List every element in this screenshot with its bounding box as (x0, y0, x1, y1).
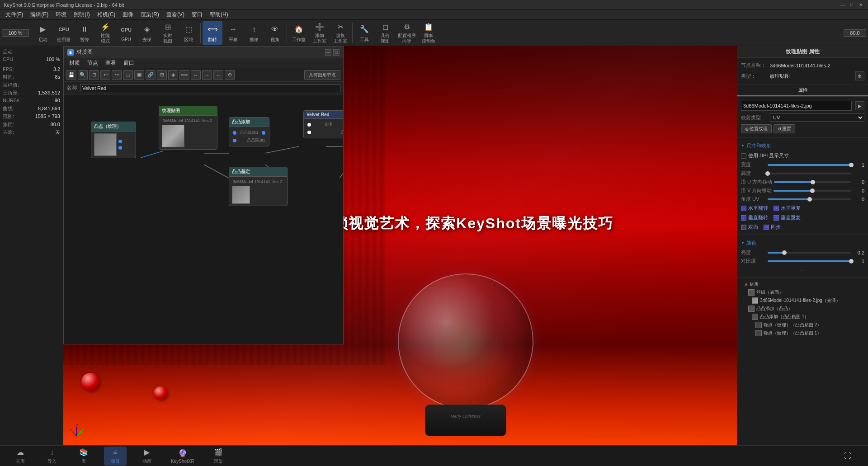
tab-attributes[interactable]: 属性 (737, 85, 868, 96)
menu-lighting[interactable]: 照明(I) (70, 10, 93, 19)
port-diffuse[interactable] (307, 123, 311, 127)
bottom-keyshot-xr-btn[interactable]: 🔮 KeyShotXR (167, 447, 198, 465)
mg-menu-window[interactable]: 窗口 (120, 58, 138, 68)
menu-image[interactable]: 图像 (119, 10, 137, 19)
port-out2[interactable] (118, 146, 122, 150)
geoview-button[interactable]: ◻ 几何视图 (375, 21, 395, 45)
zoom80-input[interactable] (844, 29, 866, 37)
menu-view[interactable]: 查看(V) (163, 10, 188, 19)
reset-btn[interactable]: ↺ 重置 (774, 124, 795, 133)
denoise-button[interactable]: ◈ 去噪 (137, 21, 157, 45)
bottom-library-btn[interactable]: 📚 库 (72, 447, 95, 466)
bottom-import-btn[interactable]: ↓ 导入 (41, 447, 63, 466)
mg-fit-btn[interactable]: ⊡ (89, 70, 99, 80)
u-move-slider[interactable] (774, 181, 851, 183)
mg-grid-btn[interactable]: ▣ (134, 70, 144, 80)
region-button[interactable]: ⬚ 区域 (179, 21, 198, 45)
mg-add-btn[interactable]: ⊕ (225, 70, 235, 80)
mg-layout-btn[interactable]: ⊞ (157, 70, 167, 80)
v-move-thumb[interactable] (810, 188, 815, 193)
gpu-button[interactable]: GPU GPU (116, 21, 136, 45)
bottom-fullscreen-btn[interactable]: ⛶ (836, 450, 859, 462)
bottom-animate-btn[interactable]: ▶ 动画 (136, 447, 158, 466)
menu-env[interactable]: 环境 (52, 10, 70, 19)
material-graph-canvas[interactable]: 凸点（纹理） 纹理贴图 3d66Model-1014141-files-2 (64, 94, 343, 344)
pause-button[interactable]: ⏸ 暂停 (75, 21, 94, 45)
menu-file[interactable]: 文件(F) (2, 10, 27, 19)
view-button[interactable]: 👁 视角 (265, 21, 285, 45)
push-button[interactable]: ↕ 推移 (244, 21, 264, 45)
mg-maximize-btn[interactable]: □ (333, 49, 340, 56)
size-header[interactable]: ▼ 尺寸和映射 (741, 141, 864, 151)
script-button[interactable]: 📋 脚本控制台 (419, 21, 439, 45)
mg-name-input[interactable] (80, 84, 340, 92)
start-button[interactable]: ▶ 启动 (33, 21, 53, 45)
bottom-cloud-btn[interactable]: ☁ 云库 (9, 447, 32, 466)
file-browse-btn[interactable]: ▶ (855, 101, 864, 110)
port-in2[interactable] (233, 139, 236, 142)
port-in[interactable] (233, 131, 236, 135)
brightness-slider[interactable] (768, 252, 851, 254)
mg-flip-btn[interactable]: ⟺ (179, 70, 189, 80)
mg-geo-node-btn[interactable]: 几何图形节点 (304, 70, 340, 80)
mg-menu-material[interactable]: 材质 (66, 58, 84, 68)
width-thumb[interactable] (849, 163, 854, 167)
port-out[interactable] (118, 140, 122, 143)
studio-button[interactable]: 🏠 工作室 (289, 21, 309, 45)
mg-snap-btn[interactable]: ◈ (168, 70, 178, 80)
file-input[interactable] (741, 101, 852, 111)
port-out3[interactable] (262, 131, 265, 135)
node-bump-add[interactable]: 凸凸添加 凸凸添加1 凸凸添加2 (229, 117, 269, 146)
mg-move-btn[interactable]: ↔ (191, 70, 201, 80)
node-texture-map[interactable]: 纹理贴图 3d66Model-1014141-files-2 (159, 106, 217, 150)
height-slider[interactable] (768, 173, 851, 174)
angle-slider[interactable] (768, 198, 851, 200)
mg-link-btn[interactable]: 🔗 (146, 70, 156, 80)
mg-frame-btn[interactable]: □ (123, 70, 133, 80)
port-bump-in[interactable] (307, 131, 311, 134)
tools-button[interactable]: 🔧 工具 (354, 21, 374, 45)
use-dpi-checkbox[interactable] (741, 153, 746, 159)
bottom-render-btn[interactable]: 🎬 渲染 (207, 447, 230, 466)
add-studio-button[interactable]: ➕ 添加工作室 (310, 21, 330, 45)
contrast-slider[interactable] (768, 260, 851, 262)
zoom-input[interactable] (2, 29, 29, 37)
position-texture-btn[interactable]: ⊕ 位置纹理 (741, 124, 772, 133)
node-bump-label[interactable]: 凸点（纹理） (91, 122, 136, 158)
minimize-button[interactable]: — (839, 1, 846, 9)
width-slider[interactable] (768, 164, 851, 166)
mg-back-btn[interactable]: ← (213, 70, 223, 80)
mg-menu-view[interactable]: 查看 (102, 58, 120, 68)
menu-window[interactable]: 窗口 (188, 10, 206, 19)
v-move-slider[interactable] (774, 190, 851, 192)
realtime-button[interactable]: ⊞ 实时视图 (158, 21, 178, 45)
height-thumb[interactable] (765, 171, 770, 176)
mg-search-btn[interactable]: 🔍 (78, 70, 88, 80)
mg-save-btn[interactable]: 💾 (66, 70, 76, 80)
u-move-thumb[interactable] (811, 180, 815, 184)
mg-fwd-btn[interactable]: → (202, 70, 212, 80)
menu-camera[interactable]: 相机(C) (94, 10, 119, 19)
mg-redo-btn[interactable]: ↪ (112, 70, 122, 80)
cut-studio-button[interactable]: ✂ 切换工作室 (330, 21, 350, 45)
move-button[interactable]: ↔ 平移 (223, 21, 243, 45)
translate-button[interactable]: ⟺ 翻转 (203, 21, 222, 45)
close-button[interactable]: ✕ (857, 1, 864, 9)
maximize-button[interactable]: □ (848, 1, 855, 9)
mg-undo-btn[interactable]: ↩ (100, 70, 110, 80)
contrast-thumb[interactable] (849, 259, 854, 264)
cpu-button[interactable]: CPU 使用量 (54, 21, 74, 45)
mg-minimize-btn[interactable]: — (325, 49, 331, 56)
projection-select[interactable]: UV Box Planar (770, 113, 864, 122)
perf-button[interactable]: ⚡ 性能模式 (95, 21, 115, 45)
menu-edit[interactable]: 编辑(E) (27, 10, 52, 19)
mg-menu-nodes[interactable]: 节点 (84, 58, 102, 68)
menu-render[interactable]: 渲染(R) (137, 10, 163, 19)
menu-help[interactable]: 帮助(H) (206, 10, 232, 19)
brightness-thumb[interactable] (782, 250, 787, 255)
delete-type-btn[interactable]: 🗑 (855, 71, 864, 80)
angle-thumb[interactable] (807, 197, 812, 202)
node-normal-map[interactable]: 凸凸基定 3d66Model-1014141-files-2 (229, 167, 288, 206)
bottom-project-btn[interactable]: ≡ 项目 (104, 447, 127, 466)
node-velvet-material[interactable]: Velvet Red 光泽 凸凸 (303, 110, 343, 138)
